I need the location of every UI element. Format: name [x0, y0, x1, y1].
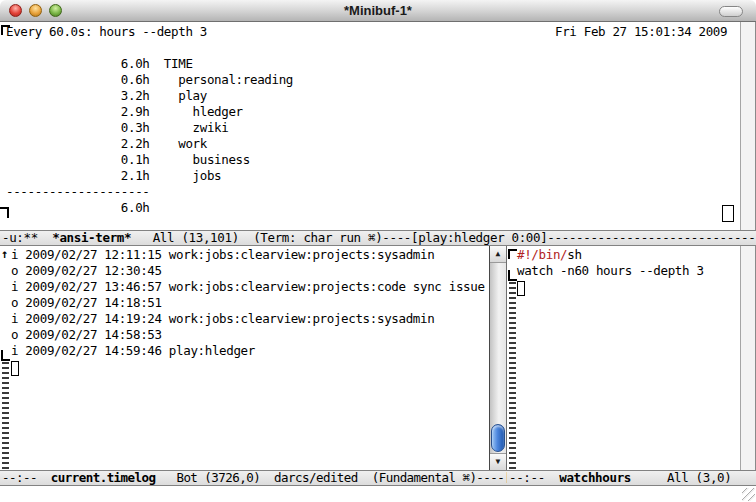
- log-line: i 2009/02/27 13:46:57 work:jobs:clearvie…: [11, 279, 485, 295]
- timelog-scrollbar[interactable]: ▲ ▼: [489, 246, 507, 470]
- watchhours-text: #!/bin/sh watch -n60 hours --depth 3: [517, 247, 704, 279]
- empty-line-indicator: [2, 362, 9, 470]
- log-line: o 2009/02/27 12:30:45: [11, 263, 485, 279]
- watchhours-scrollbar-track[interactable]: [740, 246, 756, 470]
- report-line: 3.2h play: [6, 88, 738, 104]
- window-title: *Minibuf-1*: [0, 3, 756, 18]
- script-line: watch -n60 hours --depth 3: [517, 263, 704, 279]
- ansi-term-pane[interactable]: Every 60.0s: hours --depth 3Fri Feb 27 1…: [0, 22, 740, 230]
- report-line: 2.1h jobs: [6, 168, 738, 184]
- report-line: 2.2h work: [6, 136, 738, 152]
- report-line: 0.3h zwiki: [6, 120, 738, 136]
- watchhours-pane[interactable]: #!/bin/sh watch -n60 hours --depth 3: [507, 246, 740, 470]
- log-line: i 2009/02/27 12:11:15 work:jobs:clearvie…: [11, 247, 485, 263]
- report-line: 0.6h personal:reading: [6, 72, 738, 88]
- modeline-flags: --:--: [509, 470, 559, 485]
- buffer-end-corner-icon: [1, 350, 10, 361]
- buffer-name: *ansi-term*: [52, 230, 131, 245]
- empty-line-indicator: [509, 282, 516, 470]
- timelog-text: i 2009/02/27 12:11:15 work:jobs:clearvie…: [11, 247, 485, 359]
- terminal-cursor: [722, 205, 734, 222]
- modeline-flags: -u:**: [2, 230, 52, 245]
- modeline-flags: --:--: [2, 470, 51, 485]
- title-bar[interactable]: *Minibuf-1*: [0, 0, 756, 22]
- minibuffer[interactable]: Redo: (ansi-term "/Users/simon/bin/watch…: [0, 486, 756, 502]
- report-line: 6.0h: [6, 200, 738, 216]
- toolbar-toggle-button[interactable]: [719, 6, 743, 17]
- report-line: 6.0h TIME: [6, 56, 738, 72]
- timelog-cursor: [11, 361, 19, 376]
- timelog-pane[interactable]: ↑ i 2009/02/27 12:11:15 work:jobs:clearv…: [0, 246, 489, 470]
- watch-command-text: Every 60.0s: hours --depth 3: [6, 24, 207, 39]
- modeline-info: All (3,0): [631, 470, 731, 485]
- resize-grip[interactable]: [742, 488, 755, 501]
- modeline-timelog: --:-- current.timelog Bot (3726,0) darcs…: [0, 470, 507, 486]
- modeline-info: All (13,101) (Term: char run ⌘)----[play…: [131, 230, 756, 245]
- terminal-output: Every 60.0s: hours --depth 3Fri Feb 27 1…: [6, 24, 738, 216]
- report-line: 2.9h hledger: [6, 104, 738, 120]
- log-line: o 2009/02/27 14:58:53: [11, 327, 485, 343]
- watch-header-line: Every 60.0s: hours --depth 3Fri Feb 27 1…: [6, 24, 738, 40]
- shebang-interpreter-path: #!/bin/: [517, 247, 567, 262]
- report-separator-line: --------------------: [6, 184, 738, 200]
- log-line: i 2009/02/27 14:19:24 work:jobs:clearvie…: [11, 311, 485, 327]
- watch-clock: Fri Feb 27 15:01:34 2009: [555, 24, 727, 40]
- shebang-shell: sh: [567, 247, 581, 262]
- buffer-top-corner-icon: [508, 249, 517, 259]
- modeline-watchhours: --:-- watchhours All (3,0): [507, 470, 756, 486]
- scroll-down-button[interactable]: ▼: [490, 453, 506, 470]
- shebang-line: #!/bin/sh: [517, 247, 704, 263]
- report-line: 0.1h business: [6, 152, 738, 168]
- log-line: i 2009/02/27 14:59:46 play:hledger: [11, 343, 485, 359]
- ansi-term-scrollbar-track[interactable]: [740, 22, 756, 230]
- log-line: o 2009/02/27 14:18:51: [11, 295, 485, 311]
- buffer-continues-above-icon: ↑: [1, 248, 8, 260]
- emacs-window: *Minibuf-1* Every 60.0s: hours --depth 3…: [0, 0, 756, 502]
- buffer-name: watchhours: [559, 470, 631, 485]
- watchhours-cursor: [517, 281, 525, 296]
- scroll-up-button[interactable]: ▲: [490, 246, 506, 263]
- scroll-thumb[interactable]: [491, 424, 505, 452]
- modeline-info: Bot (3726,0) darcs/edited (Fundamental ⌘…: [155, 470, 507, 485]
- modeline-ansi-term: -u:** *ansi-term* All (13,101) (Term: ch…: [0, 230, 756, 246]
- buffer-name: current.timelog: [51, 470, 156, 485]
- buffer-end-corner-icon: [508, 270, 517, 281]
